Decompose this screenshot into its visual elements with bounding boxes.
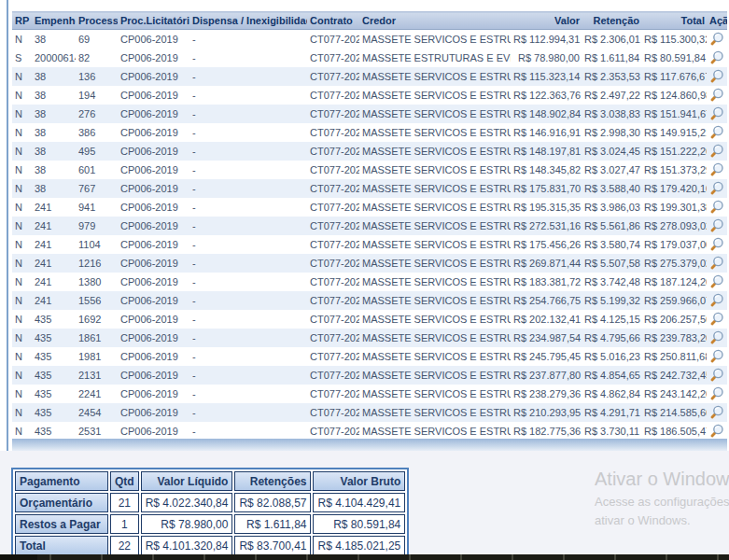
payment-row: N2411380CP006-2019-CT077-2020MASSETE SER… [12,273,727,291]
cell-processo: 2454 [76,403,118,422]
summary-col-reten-es: Retenções [234,471,311,491]
cell-retencao: R$ 2.306,01 [582,30,641,49]
magnifier-icon[interactable] [709,330,724,345]
cell-retencao: R$ 2.998,30 [582,123,641,142]
magnifier-icon[interactable] [709,218,724,233]
cell-total: R$ 151.373,29 [641,161,707,179]
cell-dispensa-inexigibilidade: - [189,329,307,347]
cell-dispensa-inexigibilidade: - [189,366,307,385]
magnifier-icon[interactable] [709,50,724,65]
cell-rp: N [12,179,32,198]
cell-acao [707,310,727,329]
magnifier-icon[interactable] [709,405,724,420]
cell-total: R$ 250.811,68 [641,347,707,366]
cell-processo: 82 [76,49,118,67]
summary-table: PagamentoQtdValor LíquidoRetençõesValor … [11,468,409,559]
payment-row: N2411216CP006-2019-CT077-2020MASSETE SER… [12,254,727,273]
cell-retencao: R$ 4.795,66 [582,329,641,347]
summary-valor-bruto: R$ 4.104.429,41 [313,493,405,512]
summary-row-label: Restos a Pagar [15,514,108,534]
payment-row: N4351981CP006-2019-CT077-2020MASSETE SER… [12,347,727,366]
cell-acao [707,291,727,310]
cell-total: R$ 115.300,32 [641,30,707,49]
cell-credor: MASSETE SERVICOS E ESTRUTURAS EIRELI [359,30,511,49]
cell-rp: N [12,403,32,422]
cell-total: R$ 206.257,56 [641,310,707,329]
magnifier-icon[interactable] [709,125,724,140]
cell-proc-licitatorio: CP006-2019 [118,123,189,142]
cell-acao [707,366,727,385]
col-header-credor: Credor [359,12,511,30]
cell-empenho: 241 [32,198,76,217]
cell-dispensa-inexigibilidade: - [189,291,307,310]
cell-rp: N [12,123,32,142]
magnifier-icon[interactable] [709,106,724,121]
magnifier-icon[interactable] [709,32,724,47]
magnifier-icon[interactable] [709,293,724,308]
cell-retencao: R$ 3.027,47 [582,161,641,179]
magnifier-icon[interactable] [709,181,724,196]
magnifier-icon[interactable] [709,200,724,215]
cell-retencao: R$ 2.353,53 [582,67,641,86]
cell-dispensa-inexigibilidade: - [189,198,307,217]
cell-valor: R$ 122.363,76 [511,86,582,105]
summary-col-qtd: Qtd [110,471,139,491]
cell-dispensa-inexigibilidade: - [189,67,307,86]
watermark-subtitle-1: Acesse as configurações para [595,493,729,511]
magnifier-icon[interactable] [709,162,724,177]
cell-dispensa-inexigibilidade: - [189,86,307,105]
magnifier-icon[interactable] [709,69,724,84]
col-header-total: Total [641,12,707,30]
cell-dispensa-inexigibilidade: - [189,310,307,329]
cell-processo: 601 [76,161,118,179]
magnifier-icon[interactable] [709,424,724,439]
magnifier-icon[interactable] [709,312,724,327]
payment-row: N2411556CP006-2019-CT077-2020MASSETE SER… [12,291,727,310]
summary-valor-liquido: R$ 4.022.340,84 [141,493,233,512]
cell-valor: R$ 175.456,26 [511,235,582,254]
cell-dispensa-inexigibilidade: - [189,385,307,403]
cell-processo: 1692 [76,310,118,329]
cell-proc-licitatorio: CP006-2019 [118,422,189,441]
cell-acao [707,273,727,291]
cell-credor: MASSETE SERVICOS E ESTRUTURAS EIRELI [359,422,511,441]
magnifier-icon[interactable] [709,88,724,103]
magnifier-icon[interactable] [709,274,724,289]
cell-proc-licitatorio: CP006-2019 [118,179,189,198]
magnifier-icon[interactable] [709,349,724,364]
cell-total: R$ 275.379,02 [641,254,707,273]
payment-row: N38136CP006-2019-CT077-2020MASSETE SERVI… [12,67,727,86]
cell-acao [707,385,727,403]
cell-retencao: R$ 3.580,74 [582,235,641,254]
cell-acao [707,198,727,217]
cell-valor: R$ 115.323,14 [511,67,582,86]
cell-retencao: R$ 3.742,48 [582,273,641,291]
magnifier-icon[interactable] [709,386,724,401]
cell-contrato: CT077-2020 [307,123,359,142]
cell-rp: N [12,86,32,105]
magnifier-icon[interactable] [709,144,724,159]
cell-acao [707,329,727,347]
cell-contrato: CT077-2020 [307,179,359,198]
cell-contrato: CT077-2020 [307,67,359,86]
cell-acao [707,105,727,123]
cell-dispensa-inexigibilidade: - [189,254,307,273]
cell-total: R$ 179.037,00 [641,235,707,254]
cell-dispensa-inexigibilidade: - [189,123,307,142]
cell-valor: R$ 237.877,80 [511,366,582,385]
cell-contrato: CT077-2020 [307,403,359,422]
cell-processo: 69 [76,30,118,49]
cell-processo: 2131 [76,366,118,385]
cell-total: R$ 199.301,38 [641,198,707,217]
magnifier-icon[interactable] [709,237,724,252]
cell-credor: MASSETE SERVICOS E ESTRUTURAS EIRELI [359,105,511,123]
cell-empenho: 435 [32,366,76,385]
magnifier-icon[interactable] [709,256,724,271]
cell-valor: R$ 112.994,31 [511,30,582,49]
cell-retencao: R$ 3.730,11 [582,422,641,441]
cell-contrato: CT077-2020 [307,347,359,366]
cell-processo: 1216 [76,254,118,273]
magnifier-icon[interactable] [709,368,724,383]
cell-processo: 2531 [76,422,118,441]
cell-contrato: CT077-2020 [307,86,359,105]
